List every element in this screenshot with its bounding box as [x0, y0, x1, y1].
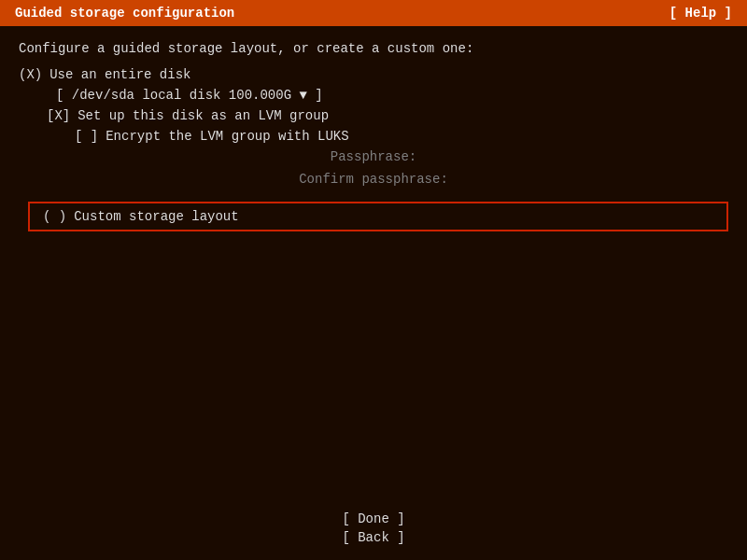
setup-lvm-checkbox: [X] [47, 108, 70, 123]
use-entire-disk-label: Use an entire disk [49, 67, 190, 82]
setup-lvm-label: Set up this disk as an LVM group [78, 108, 329, 123]
passphrase-label: Passphrase: [331, 149, 416, 164]
app: Guided storage configuration [ Help ] Co… [0, 0, 747, 560]
disk-select-row[interactable]: [ /dev/sda local disk 100.000G ▼ ] [56, 88, 728, 103]
confirm-passphrase-label: Confirm passphrase: [299, 172, 448, 187]
confirm-passphrase-row: Confirm passphrase: [19, 172, 728, 187]
use-entire-disk-option[interactable]: (X) Use an entire disk [19, 67, 728, 82]
use-entire-disk-radio: (X) [19, 67, 42, 82]
footer: [ Done ] [ Back ] [0, 497, 747, 560]
disk-select-value[interactable]: [ /dev/sda local disk 100.000G ▼ ] [56, 88, 323, 103]
window-title: Guided storage configuration [15, 6, 234, 21]
passphrase-row: Passphrase: [19, 149, 728, 164]
main-content: Configure a guided storage layout, or cr… [0, 26, 747, 497]
back-button[interactable]: [ Back ] [342, 530, 404, 545]
help-button[interactable]: [ Help ] [669, 6, 732, 21]
custom-storage-label: Custom storage layout [74, 209, 238, 224]
setup-lvm-option[interactable]: [X] Set up this disk as an LVM group [47, 108, 728, 123]
title-bar: Guided storage configuration [ Help ] [0, 0, 747, 26]
encrypt-luks-checkbox: [ ] [75, 129, 98, 144]
done-button[interactable]: [ Done ] [342, 511, 404, 526]
description-text: Configure a guided storage layout, or cr… [19, 41, 728, 56]
custom-storage-radio: ( ) [43, 209, 66, 224]
encrypt-luks-label: Encrypt the LVM group with LUKS [106, 129, 348, 144]
encrypt-luks-option[interactable]: [ ] Encrypt the LVM group with LUKS [75, 129, 728, 144]
custom-storage-option[interactable]: ( ) Custom storage layout [28, 202, 728, 231]
